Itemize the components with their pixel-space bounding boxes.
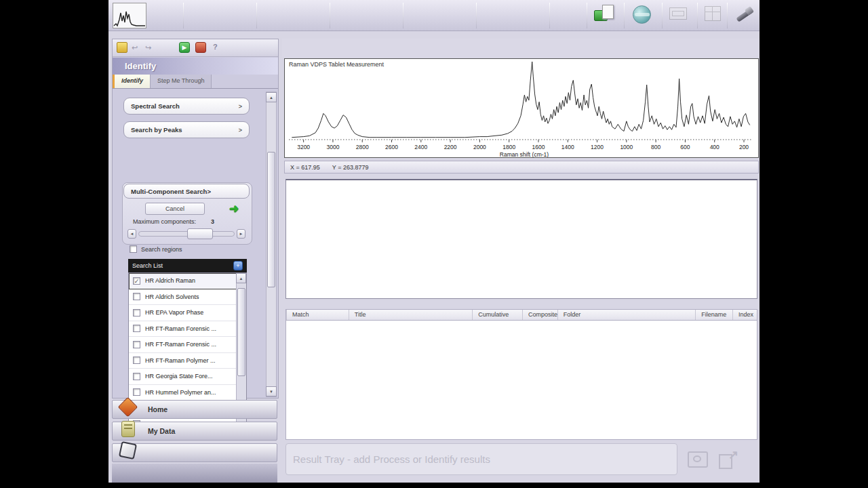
toolbar-divider — [183, 3, 184, 28]
nav-my-data-label: My Data — [148, 427, 175, 435]
library-checkbox[interactable] — [133, 293, 140, 300]
x-tick-label: 2200 — [444, 144, 457, 150]
column-header-composite5[interactable]: Composite5 — [522, 310, 557, 320]
library-row[interactable]: ✓HR Aldrich Raman — [129, 273, 246, 289]
search-list-label: Search List — [132, 262, 163, 269]
report-share-icon[interactable]: ↗ — [716, 447, 741, 472]
slider-right-button[interactable]: ► — [237, 229, 245, 239]
library-red-icon[interactable] — [195, 42, 206, 53]
library-checkbox[interactable] — [133, 325, 140, 332]
library-label: HR EPA Vapor Phase — [145, 309, 203, 316]
x-tick-label: 1000 — [620, 144, 633, 150]
forward-arrow-icon: ↪ — [145, 43, 151, 52]
library-row[interactable]: HR Georgia State Fore... — [129, 369, 246, 385]
scrollbar-thumb[interactable] — [267, 152, 275, 287]
app-window: ↩ ↪ ▶ ? « Identify Identify Step Me Thro… — [108, 0, 760, 483]
x-tick-label: 2800 — [356, 144, 369, 150]
y-readout: Y = 263.8779 — [332, 164, 369, 171]
layout-disabled-icon — [704, 5, 727, 26]
add-library-icon[interactable]: + — [233, 261, 243, 270]
library-checkbox[interactable] — [133, 309, 140, 317]
library-checkbox[interactable]: ✓ — [133, 277, 140, 285]
column-header-index[interactable]: Index — [732, 310, 757, 320]
image-export-icon[interactable] — [594, 5, 617, 26]
slider-left-button[interactable]: ◄ — [127, 229, 136, 239]
library-checkbox[interactable] — [133, 341, 140, 348]
toolbar-divider — [727, 3, 728, 28]
column-header-folder[interactable]: Folder — [557, 310, 695, 320]
search-by-peaks-label: Search by Peaks — [131, 126, 182, 134]
column-header-filename[interactable]: Filename — [695, 310, 732, 320]
library-row[interactable]: HR Aldrich Solvents — [129, 289, 246, 306]
spectral-search-button[interactable]: Spectral Search > — [123, 98, 250, 115]
x-tick-label: 3000 — [326, 144, 339, 150]
result-tray[interactable]: Result Tray - add Process or Identify re… — [285, 443, 677, 475]
workflow-tabs: Identify Step Me Through — [113, 75, 278, 89]
scroll-down-icon[interactable]: ▼ — [266, 386, 277, 396]
column-header-cumulative[interactable]: Cumulative — [472, 310, 522, 320]
main-area-top — [282, 39, 760, 58]
collapse-panel-icon[interactable]: « — [116, 60, 120, 68]
toolbar-divider — [662, 3, 663, 28]
workflow-panel: ↩ ↪ ▶ ? « Identify Identify Step Me Thro… — [112, 39, 279, 399]
open-yellow-icon[interactable] — [117, 42, 127, 53]
scrollbar-thumb[interactable] — [237, 288, 245, 376]
x-axis-label: Raman shift (cm-1) — [500, 151, 549, 157]
search-by-peaks-button[interactable]: Search by Peaks > — [123, 121, 250, 138]
spectrum-thumbnail-icon[interactable] — [113, 3, 146, 28]
library-label: HR Aldrich Raman — [145, 277, 195, 284]
go-arrow-icon[interactable]: ➜ — [229, 201, 239, 216]
library-row[interactable]: HR Hummel Polymer an... — [129, 385, 246, 401]
library-checkbox[interactable] — [133, 388, 140, 396]
components-slider-thumb[interactable] — [187, 228, 213, 239]
search-regions-checkbox[interactable] — [130, 245, 137, 253]
toolbar-divider — [624, 3, 625, 28]
x-readout: X = 617.95 — [290, 164, 320, 171]
library-checkbox[interactable] — [133, 357, 140, 364]
multi-component-label: Multi-Component Search — [131, 188, 207, 195]
library-row[interactable]: HR FT-Raman Forensic ... — [129, 321, 246, 338]
spectrum-panel[interactable]: 3200300028002600240022002000180016001400… — [284, 58, 759, 158]
components-slider-track[interactable] — [138, 231, 235, 237]
scroll-up-icon[interactable]: ▲ — [236, 273, 246, 283]
search-regions-label: Search regions — [141, 246, 182, 253]
column-header-title[interactable]: Title — [349, 310, 472, 320]
spectrum-plot: 3200300028002600240022002000180016001400… — [285, 59, 758, 157]
library-label: HR Aldrich Solvents — [145, 293, 199, 300]
toolbar-divider — [330, 3, 330, 28]
library-row[interactable]: HR FT-Raman Polymer ... — [129, 353, 246, 369]
results-table-header: MatchTitleCumulativeComposite5FolderFile… — [285, 309, 757, 321]
workflow-toolbar: ↩ ↪ ▶ ? — [113, 39, 278, 57]
search-list-header: Search List + — [128, 259, 247, 272]
scroll-up-icon[interactable]: ▲ — [266, 92, 277, 102]
tab-identify[interactable]: Identify — [113, 75, 151, 88]
probe-tool-icon[interactable] — [734, 5, 757, 26]
stitch-disabled-icon — [669, 5, 692, 26]
run-green-icon[interactable]: ▶ — [179, 42, 190, 53]
pane-scrollbar[interactable]: ▲ ▼ — [266, 92, 277, 397]
results-spectra-panel[interactable] — [285, 179, 757, 299]
x-tick-label: 800 — [651, 144, 660, 150]
nav-home-label: Home — [148, 405, 167, 413]
result-tray-placeholder: Result Tray - add Process or Identify re… — [293, 453, 490, 465]
web-globe-icon[interactable] — [632, 5, 655, 26]
help-icon[interactable]: ? — [213, 43, 218, 51]
column-header-match[interactable]: Match — [286, 310, 349, 320]
x-tick-label: 200 — [739, 144, 749, 150]
toolbar-divider — [587, 3, 587, 28]
tab-step-me-through[interactable]: Step Me Through — [151, 75, 212, 88]
back-arrow-icon: ↩ — [132, 43, 138, 52]
multi-component-search-button[interactable]: Multi-Component Search > — [123, 184, 250, 199]
library-row[interactable]: HR FT-Raman Forensic ... — [129, 337, 246, 353]
library-checkbox[interactable] — [133, 373, 140, 380]
toolbar-divider — [256, 3, 257, 28]
spectral-search-label: Spectral Search — [131, 102, 180, 110]
toolbar-divider — [476, 3, 477, 28]
x-tick-label: 400 — [710, 144, 719, 150]
snapshot-icon[interactable] — [686, 447, 711, 472]
cancel-button[interactable]: Cancel — [145, 203, 205, 215]
spectrum-trace — [292, 62, 749, 138]
results-table-body[interactable] — [285, 321, 757, 440]
library-row[interactable]: HR EPA Vapor Phase — [129, 305, 246, 321]
library-label: HR FT-Raman Polymer ... — [145, 357, 216, 364]
